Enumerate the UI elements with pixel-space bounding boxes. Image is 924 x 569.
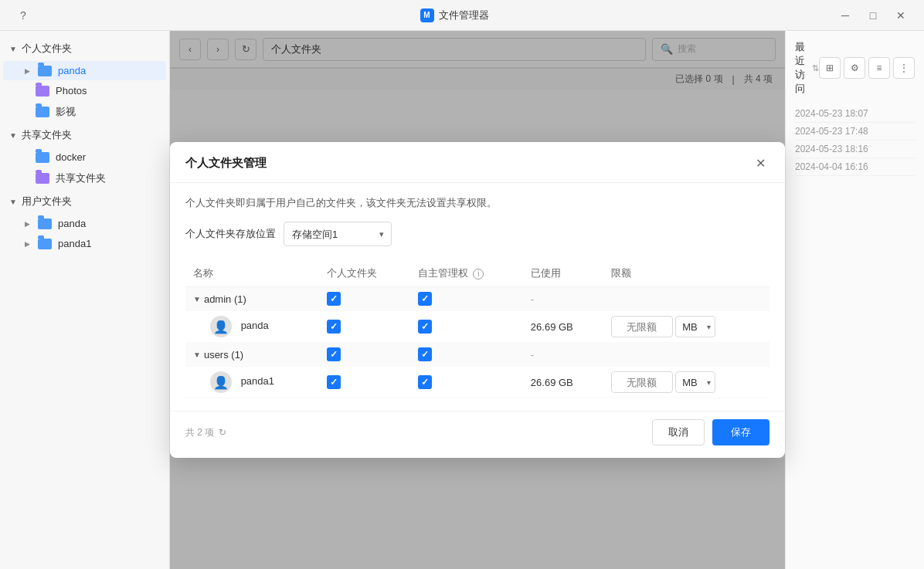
shared-section-arrow: ▼ [9,131,17,140]
right-panel: 最近访问 ⇅ ⊞ ⚙ ≡ ⋮ 2024-05-23 18:07 2024-05-… [785,31,924,569]
panda-used-cell: 26.69 GB [523,311,603,343]
sidebar-user-section[interactable]: ▼ 用户文件夹 [0,190,169,213]
sidebar: ▼ 个人文件夹 ▶ panda Photos 影视 ▼ 共享文件夹 [0,31,170,569]
col-quota-header: 限额 [603,260,769,287]
user-panda-expand-arrow: ▶ [25,220,30,228]
group-admin-selfadmin-checkbox[interactable] [418,292,432,306]
group-users-label: users (1) [204,349,243,361]
footer-count: 共 2 项 ↻ [185,426,226,439]
panda1-personal-checkbox[interactable] [327,375,341,389]
help-button[interactable]: ? [12,5,34,26]
docker-label: docker [56,151,86,163]
col-self-admin-header: 自主管理权 i [410,260,523,287]
panda-user-label: panda [241,320,269,332]
user-panda1-label: panda1 [58,238,91,249]
photos-label: Photos [56,85,87,97]
group-admin-name: ▼ admin (1) [185,287,319,311]
user-section-arrow: ▼ [9,198,17,206]
group-users-name: ▼ users (1) [185,343,319,367]
personal-section-label: 个人文件夹 [22,42,72,56]
personal-section-arrow: ▼ [9,45,17,53]
panda-personal-cell [319,311,410,343]
panda-quota-input[interactable] [611,316,673,337]
sidebar-item-panda[interactable]: ▶ panda [3,61,166,80]
self-admin-info-icon[interactable]: i [473,269,484,279]
group-admin-used: - [523,287,603,311]
maximize-button[interactable]: □ [862,5,884,26]
group-users-personal-checkbox[interactable] [327,347,341,361]
sort-icon: ⇅ [812,63,819,73]
recent-date-4: 2024-04-04 16:16 [795,158,915,176]
shared-section-label: 共享文件夹 [22,128,72,142]
dialog-header: 个人文件夹管理 ✕ [170,142,785,183]
group-row-users: ▼ users (1) [185,343,769,367]
panda1-quota-cell: MB GB [603,367,769,398]
panda1-quota-input[interactable] [611,371,673,393]
dialog-close-button[interactable]: ✕ [751,154,769,173]
users-table: 名称 个人文件夹 自主管理权 i 已使用 限额 [185,260,769,398]
panda-user-name-cell: 👤 panda [185,311,319,343]
recent-date-2: 2024-05-23 17:48 [795,123,915,141]
col-name-header: 名称 [185,260,319,287]
sidebar-item-docker[interactable]: docker [3,147,166,167]
cancel-button[interactable]: 取消 [652,419,705,445]
user-section-label: 用户文件夹 [22,195,72,208]
dialog-description: 个人文件夹即归属于用户自己的文件夹，该文件夹无法设置共享权限。 [185,195,769,212]
panda1-selfadmin-cell [410,367,523,398]
group-users-quota [603,343,769,367]
more-button[interactable]: ⋮ [893,57,915,79]
close-button[interactable]: ✕ [890,5,912,26]
panda1-unit-wrapper: MB GB [675,371,715,393]
shared-folder-label: 共享文件夹 [56,171,106,185]
save-button[interactable]: 保存 [712,419,769,445]
sidebar-item-yingshi[interactable]: 影视 [3,101,166,123]
sidebar-item-user-panda[interactable]: ▶ panda [3,214,166,233]
group-admin-label: admin (1) [204,293,246,305]
panda1-avatar: 👤 [210,371,232,393]
panda-selfadmin-checkbox[interactable] [418,320,432,334]
refresh-count-icon[interactable]: ↻ [219,427,226,438]
location-select[interactable]: 存储空间1 [284,222,392,246]
col-personal-header: 个人文件夹 [319,260,410,287]
sidebar-item-photos[interactable]: Photos [3,81,166,100]
group-admin-toggle[interactable]: ▼ admin (1) [193,293,246,305]
panda1-selfadmin-checkbox[interactable] [418,375,432,389]
recent-date-3: 2024-05-23 18:16 [795,141,915,158]
panda1-used-cell: 26.69 GB [523,367,603,398]
dialog-footer: 共 2 项 ↻ 取消 保存 [170,411,785,458]
recent-dates-list: 2024-05-23 18:07 2024-05-23 17:48 2024-0… [795,105,915,176]
titlebar-center: M 文件管理器 [420,8,489,22]
content-area: ‹ › ↻ 个人文件夹 🔍 搜索 个人文件夹管理 ✕ 个人文件夹即归属于 [170,31,785,569]
group-users-selfadmin-checkbox[interactable] [418,347,432,361]
footer-count-text: 共 2 项 [185,426,214,439]
app-body: ▼ 个人文件夹 ▶ panda Photos 影视 ▼ 共享文件夹 [0,31,924,569]
group-admin-personal-checkbox[interactable] [327,292,341,306]
settings-button[interactable]: ⚙ [844,57,865,79]
panda1-unit-select[interactable]: MB GB [675,371,715,393]
panda-avatar: 👤 [210,316,232,337]
right-panel-title: 最近访问 [795,40,807,96]
group-users-selfadmin-cell [410,343,523,367]
right-panel-header: 最近访问 ⇅ ⊞ ⚙ ≡ ⋮ [795,40,915,96]
app-icon: M [420,8,434,22]
user-panda1-expand-arrow: ▶ [25,240,30,248]
sidebar-item-user-panda1[interactable]: ▶ panda1 [3,234,166,253]
minimize-button[interactable]: ─ [834,5,856,26]
sidebar-shared-section[interactable]: ▼ 共享文件夹 [0,124,169,147]
panda-personal-checkbox[interactable] [327,320,341,334]
view-grid-button[interactable]: ⊞ [819,57,841,79]
view-list-button[interactable]: ≡ [868,57,890,79]
group-users-toggle[interactable]: ▼ users (1) [193,349,243,361]
table-row-panda1: 👤 panda1 26.69 GB [185,367,769,398]
group-users-used: - [523,343,603,367]
location-label: 个人文件夹存放位置 [185,227,276,241]
dialog-body: 个人文件夹即归属于用户自己的文件夹，该文件夹无法设置共享权限。 个人文件夹存放位… [170,183,785,412]
group-users-arrow: ▼ [193,351,201,359]
sidebar-item-shared-folder[interactable]: 共享文件夹 [3,168,166,189]
panda-expand-arrow: ▶ [25,67,30,75]
group-users-personal-cell [319,343,410,367]
titlebar: ? M 文件管理器 ─ □ ✕ [0,0,924,31]
panda-unit-select[interactable]: MB GB [675,316,715,337]
sidebar-personal-section[interactable]: ▼ 个人文件夹 [0,37,169,60]
panda-used-value: 26.69 GB [531,321,573,333]
